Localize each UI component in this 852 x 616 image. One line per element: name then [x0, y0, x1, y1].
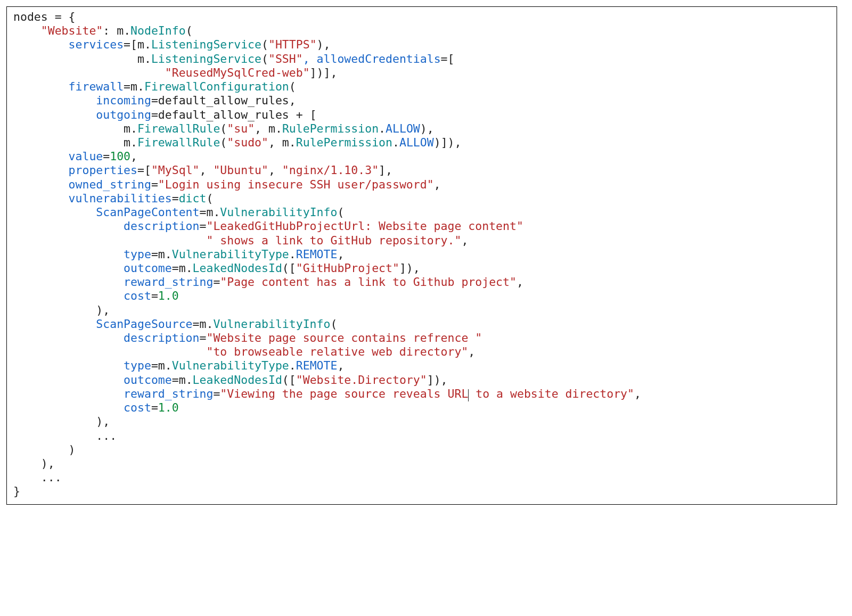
code-line: ...: [13, 429, 117, 442]
code-line: "to browseable relative web directory",: [13, 345, 475, 358]
code-line: cost=1.0: [13, 289, 179, 302]
code-line: type=m.VulnerabilityType.REMOTE,: [13, 248, 344, 261]
code-line: outcome=m.LeakedNodesId(["GitHubProject"…: [13, 261, 420, 275]
code-line: ScanPageContent=m.VulnerabilityInfo(: [13, 206, 344, 219]
code-line: ScanPageSource=m.VulnerabilityInfo(: [13, 317, 337, 331]
code-line: ),: [13, 457, 55, 470]
code-line: vulnerabilities=dict(: [13, 192, 213, 205]
code-line: }: [13, 484, 20, 498]
code-line: "Website": m.NodeInfo(: [13, 24, 193, 37]
code-line: m.ListeningService("SSH", allowedCredent…: [13, 52, 455, 65]
code-line: owned_string="Login using insecure SSH u…: [13, 178, 441, 191]
code-line: ): [13, 443, 76, 456]
code-line: ),: [13, 415, 110, 428]
code-line: m.FirewallRule("su", m.RulePermission.AL…: [13, 122, 434, 135]
code-line: reward_string="Viewing the page source r…: [13, 387, 641, 400]
code-line: m.FirewallRule("sudo", m.RulePermission.…: [13, 136, 461, 149]
code-line: ),: [13, 303, 110, 317]
code-line: firewall=m.FirewallConfiguration(: [13, 80, 296, 93]
code-line: nodes = {: [13, 10, 76, 23]
code-line: properties=["MySql", "Ubuntu", "nginx/1.…: [13, 163, 392, 177]
code-line: type=m.VulnerabilityType.REMOTE,: [13, 359, 344, 372]
code-line: ...: [13, 471, 62, 484]
code-line: "ReusedMySqlCred-web"])],: [13, 66, 337, 79]
code-line: " shows a link to GitHub repository.",: [13, 234, 468, 247]
code-editor-frame: nodes = { "Website": m.NodeInfo( service…: [6, 6, 837, 505]
code-line: services=[m.ListeningService("HTTPS"),: [13, 38, 330, 51]
code-line: outgoing=default_allow_rules + [: [13, 108, 317, 121]
code-block[interactable]: nodes = { "Website": m.NodeInfo( service…: [9, 10, 834, 499]
code-line: reward_string="Page content has a link t…: [13, 275, 523, 289]
code-line: outcome=m.LeakedNodesId(["Website.Direct…: [13, 373, 448, 387]
code-line: description="Website page source contain…: [13, 331, 482, 344]
code-line: incoming=default_allow_rules,: [13, 94, 296, 107]
code-line: description="LeakedGitHubProjectUrl: Web…: [13, 219, 523, 233]
code-line: value=100,: [13, 150, 137, 163]
code-line: cost=1.0: [13, 401, 179, 414]
